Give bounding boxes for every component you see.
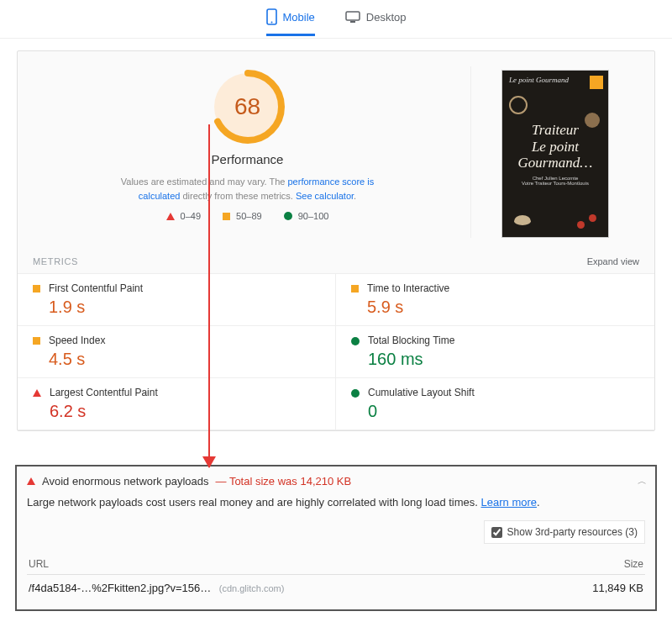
metric-tti[interactable]: Time to Interactive 5.9 s	[336, 274, 654, 326]
audit-title: Avoid enormous network payloads	[42, 475, 209, 488]
metric-fcp[interactable]: First Contentful Paint 1.9 s	[18, 274, 336, 326]
score-legend: 0–49 50–89 90–100	[33, 211, 462, 221]
circle-icon	[351, 389, 360, 398]
audit-total: — Total size was 14,210 KB	[216, 475, 352, 488]
row-size: 11,849 KB	[592, 582, 643, 594]
triangle-icon	[33, 389, 41, 397]
metric-value: 1.9 s	[49, 298, 143, 317]
square-icon	[33, 337, 40, 345]
audit-desc-text: Large network payloads cost users real m…	[27, 496, 481, 509]
hamburger-icon	[590, 76, 603, 89]
audit-header[interactable]: Avoid enormous network payloads — Total …	[27, 475, 645, 488]
table-row[interactable]: /f4da5184-…%2Fkitten2.jpg?v=156… (cdn.gl…	[27, 575, 645, 601]
expand-view-toggle[interactable]: Expand view	[587, 256, 639, 266]
score-note-text-1: Values are estimated and may vary. The	[121, 177, 288, 187]
row-url: /f4da5184-…%2Fkitten2.jpg?v=156…	[29, 582, 211, 594]
thirdparty-label: Show 3rd-party resources (3)	[507, 526, 638, 538]
col-url: URL	[29, 558, 49, 570]
metric-tbt[interactable]: Total Blocking Time 160 ms	[336, 326, 654, 378]
legend-high: 90–100	[284, 211, 329, 221]
legend-mid: 50–89	[223, 211, 262, 221]
metric-value: 160 ms	[368, 350, 454, 369]
thirdparty-checkbox[interactable]	[491, 527, 502, 538]
tab-mobile[interactable]: Mobile	[266, 8, 315, 36]
metrics-grid: First Contentful Paint 1.9 s Time to Int…	[18, 273, 654, 430]
audit-table-head: URL Size	[27, 554, 645, 575]
legend-mid-label: 50–89	[236, 211, 262, 221]
square-icon	[351, 285, 359, 293]
spoon-icon	[514, 215, 531, 225]
score-value: 68	[207, 66, 288, 147]
tab-mobile-label: Mobile	[283, 11, 315, 24]
audit-total-text: Total size was 14,210 KB	[229, 475, 351, 488]
metrics-heading: METRICS	[33, 256, 78, 266]
device-tabs: Mobile Desktop	[0, 0, 672, 39]
tab-desktop[interactable]: Desktop	[345, 11, 407, 34]
preview-line-1: Traiteur	[518, 122, 593, 139]
square-icon	[33, 285, 40, 293]
report-card: 68 Performance Values are estimated and …	[17, 50, 655, 431]
chevron-up-icon[interactable]: ︿	[638, 475, 647, 488]
preview-section: Le point Gourmand Traiteur Le point Gour…	[471, 66, 639, 238]
metric-value: 4.5 s	[49, 350, 105, 369]
score-note: Values are estimated and may vary. The p…	[109, 175, 386, 203]
metric-label: First Contentful Paint	[49, 282, 143, 294]
metric-value: 5.9 s	[367, 298, 449, 317]
metric-label: Time to Interactive	[367, 282, 449, 294]
audit-panel: Avoid enormous network payloads — Total …	[15, 465, 657, 611]
metric-label: Cumulative Layout Shift	[368, 387, 475, 398]
preview-brand: Le point Gourmand	[509, 76, 569, 84]
triangle-icon	[166, 213, 175, 220]
svg-rect-2	[346, 12, 360, 20]
link-see-calculator[interactable]: See calculator	[296, 191, 354, 201]
audit-desc-after: .	[537, 496, 540, 509]
preview-line-2: Le point	[518, 139, 593, 155]
metrics-header-row: METRICS Expand view	[18, 246, 654, 273]
decor-icon	[509, 96, 528, 114]
performance-gauge: 68	[207, 66, 288, 147]
metric-value: 6.2 s	[50, 402, 158, 421]
preview-subtitle: Chef Julien Lecomte Votre Traiteur Tours…	[522, 176, 589, 186]
legend-low: 0–49	[166, 211, 201, 221]
square-icon	[223, 213, 230, 220]
metric-label: Total Blocking Time	[368, 335, 454, 346]
audit-sep: —	[216, 475, 229, 488]
thirdparty-toggle[interactable]: Show 3rd-party resources (3)	[484, 520, 645, 544]
preview-line-3: Gourmand…	[518, 155, 593, 171]
mobile-icon	[266, 8, 277, 25]
desktop-icon	[345, 11, 360, 24]
decor-icon	[577, 221, 585, 229]
triangle-icon	[27, 477, 35, 485]
svg-rect-3	[350, 21, 355, 23]
legend-high-label: 90–100	[298, 211, 329, 221]
col-size: Size	[624, 558, 643, 570]
decor-icon	[585, 113, 600, 128]
score-section: 68 Performance Values are estimated and …	[33, 66, 471, 238]
decor-icon	[589, 214, 596, 222]
circle-icon	[351, 337, 360, 345]
row-host: (cdn.glitch.com)	[219, 583, 285, 593]
metric-si[interactable]: Speed Index 4.5 s	[18, 326, 336, 378]
preview-title: Traiteur Le point Gourmand…	[518, 122, 593, 171]
metric-label: Largest Contentful Paint	[50, 387, 158, 398]
tab-desktop-label: Desktop	[366, 11, 407, 24]
audit-description: Large network payloads cost users real m…	[27, 496, 645, 509]
metric-value: 0	[368, 402, 475, 421]
score-label: Performance	[33, 152, 462, 166]
site-preview: Le point Gourmand Traiteur Le point Gour…	[501, 70, 609, 238]
link-learn-more[interactable]: Learn more	[481, 496, 537, 509]
circle-icon	[284, 212, 292, 220]
metric-lcp[interactable]: Largest Contentful Paint 6.2 s	[18, 378, 336, 430]
metric-cls[interactable]: Cumulative Layout Shift 0	[336, 378, 654, 430]
score-row: 68 Performance Values are estimated and …	[18, 51, 654, 246]
score-note-text-3: .	[354, 191, 356, 201]
metric-label: Speed Index	[49, 335, 105, 346]
preview-sub-2: Votre Traiteur Tours-Montlouis	[522, 181, 589, 186]
legend-low-label: 0–49	[181, 211, 201, 221]
score-note-text-2: directly from these metrics.	[180, 191, 296, 201]
svg-point-1	[270, 22, 272, 24]
